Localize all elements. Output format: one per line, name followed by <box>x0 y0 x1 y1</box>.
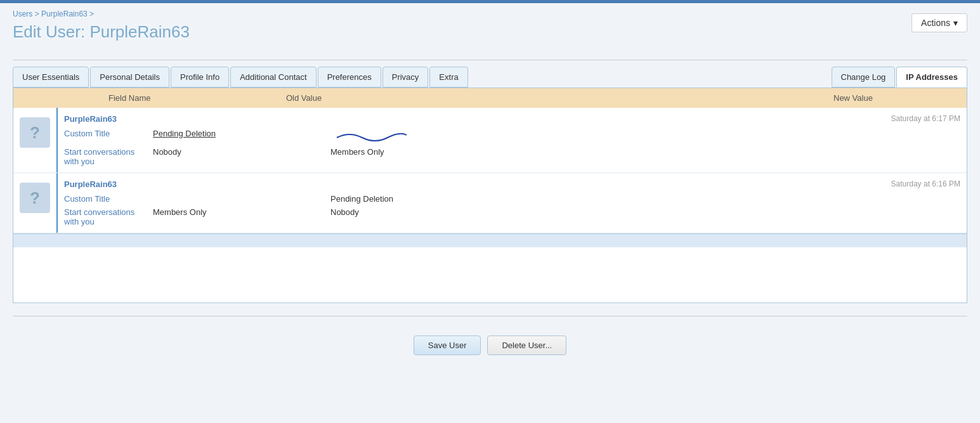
delete-user-button[interactable]: Delete User... <box>487 335 566 355</box>
tab-personal-details[interactable]: Personal Details <box>90 67 169 88</box>
squiggle-svg <box>330 129 407 141</box>
col-avatar-spacer <box>20 93 64 103</box>
log-content-2: PurpleRain63 Saturday at 6:16 PM Custom … <box>58 173 967 233</box>
log-fields-1: Custom Title Pending Deletion Start conv… <box>64 129 960 166</box>
tab-preferences[interactable]: Preferences <box>318 67 381 88</box>
content-footer-bar <box>13 233 967 247</box>
avatar-2: ? <box>20 183 50 213</box>
tab-user-essentials[interactable]: User Essentials <box>13 67 89 88</box>
tab-privacy[interactable]: Privacy <box>382 67 429 88</box>
col-field-name: Field Name <box>108 93 197 103</box>
log-user-row-2: PurpleRain63 Saturday at 6:16 PM <box>64 179 960 189</box>
field-name-2-1: Custom Title <box>64 194 153 204</box>
log-timestamp-2: Saturday at 6:16 PM <box>891 179 960 189</box>
log-username-2: PurpleRain63 <box>64 179 117 189</box>
col-old-value: Old Value <box>286 93 464 103</box>
tabs-left: User Essentials Personal Details Profile… <box>13 67 832 88</box>
log-avatar-1: ? <box>13 108 58 172</box>
new-value-1-2: Members Only <box>330 147 960 157</box>
old-value-1-1: Pending Deletion <box>153 129 330 138</box>
save-user-button[interactable]: Save User <box>414 335 481 355</box>
log-username-1: PurpleRain63 <box>64 114 117 124</box>
log-fields-2: Custom Title Pending Deletion Start conv… <box>64 194 960 226</box>
log-timestamp-1: Saturday at 6:17 PM <box>891 114 960 124</box>
tab-additional-contact[interactable]: Additional Contact <box>230 67 317 88</box>
log-content-1: PurpleRain63 Saturday at 6:17 PM Custom … <box>58 108 967 172</box>
tab-ip-addresses[interactable]: IP Addresses <box>896 67 967 88</box>
page-title: Edit User: PurpleRain63 <box>13 22 190 42</box>
tab-content-area: Field Name Old Value New Value ? PurpleR… <box>13 88 967 303</box>
tabs-container: User Essentials Personal Details Profile… <box>13 67 967 88</box>
header-divider <box>13 60 967 60</box>
field-name-1-2: Start conversations with you <box>64 147 153 166</box>
tab-profile-info[interactable]: Profile Info <box>171 67 229 88</box>
tab-change-log[interactable]: Change Log <box>832 67 896 88</box>
col-new-value: New Value <box>833 93 960 103</box>
breadcrumb: Users > PurpleRain63 > <box>13 10 967 18</box>
log-row-2: ? PurpleRain63 Saturday at 6:16 PM Custo… <box>13 173 967 233</box>
breadcrumb-user-link[interactable]: PurpleRain63 <box>41 10 88 18</box>
new-value-2-2: Nobody <box>330 207 960 217</box>
footer-divider <box>13 316 967 316</box>
field-name-2-2: Start conversations with you <box>64 207 153 226</box>
log-avatar-2: ? <box>13 173 58 233</box>
log-user-row-1: PurpleRain63 Saturday at 6:17 PM <box>64 114 960 124</box>
actions-button[interactable]: Actions ▾ <box>911 13 967 32</box>
tab-extra[interactable]: Extra <box>429 67 467 88</box>
breadcrumb-users-link[interactable]: Users <box>13 10 32 18</box>
tabs-right: Change Log IP Addresses <box>832 67 968 88</box>
new-value-1-1 <box>330 129 960 143</box>
page-footer: Save User Delete User... <box>13 329 967 361</box>
avatar-1: ? <box>20 117 50 148</box>
new-value-2-1: Pending Deletion <box>330 194 960 204</box>
field-name-1-1: Custom Title <box>64 129 153 138</box>
log-row: ? PurpleRain63 Saturday at 6:17 PM Custo… <box>13 108 967 173</box>
old-value-2-2: Members Only <box>153 207 330 217</box>
old-value-1-2: Nobody <box>153 147 330 157</box>
table-header: Field Name Old Value New Value <box>13 88 967 108</box>
